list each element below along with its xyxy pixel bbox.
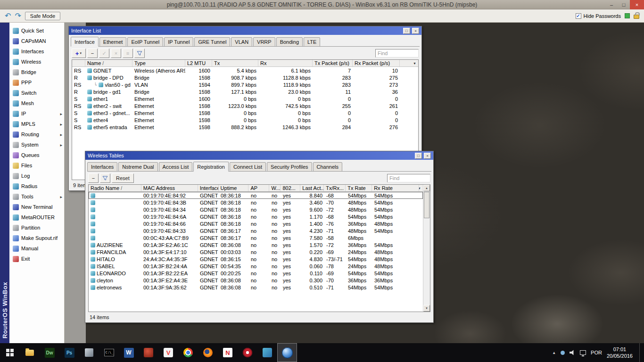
column-tx-packet[interactable]: Tx Packet (p/s): [313, 60, 353, 66]
find-input[interactable]: [375, 49, 419, 58]
registration-row[interactable]: 00:19:70:4E:84:33 GDNET 08:36:17 no no y…: [89, 227, 423, 234]
safe-mode-button[interactable]: Safe Mode: [25, 12, 60, 20]
sidebar-item[interactable]: IP ▶: [9, 108, 64, 119]
sidebar-item[interactable]: Log: [9, 171, 64, 181]
column-802[interactable]: 802...: [281, 185, 300, 191]
taskbar-item[interactable]: [139, 343, 158, 362]
interface-row[interactable]: R bridge - gd1 Bridge 1598 127.1 kbps 23…: [72, 88, 418, 95]
enable-button[interactable]: ✓: [99, 49, 109, 58]
interface-row[interactable]: S ether3 - gdnet... Ethernet 1598 0 bps …: [72, 109, 418, 116]
registration-row[interactable]: ISABEL 00:1A:3F:B2:24:4A GDNET 00:54:35 …: [89, 263, 423, 270]
scrollbar-thumb[interactable]: [424, 192, 429, 218]
column-uptime[interactable]: Uptime: [219, 185, 249, 191]
remove-button[interactable]: −: [87, 49, 98, 58]
interface-row[interactable]: RS GDNET Wireless (Atheros AR9... 1600 5…: [72, 67, 418, 74]
sidebar-item[interactable]: Tools ▶: [9, 191, 64, 202]
taskbar-item[interactable]: [0, 343, 20, 362]
interface-list-titlebar[interactable]: Interface List □ ×: [69, 26, 421, 35]
sidebar-item[interactable]: CAPsMAN: [9, 36, 64, 46]
column-rx-rate[interactable]: Rx Rate: [372, 185, 419, 191]
registration-row[interactable]: AUZIRENE 00:1A:3F:E2:A6:1C GDNET 08:36:0…: [89, 241, 423, 248]
taskbar-item[interactable]: [178, 343, 198, 362]
tab[interactable]: Interfaces: [87, 162, 117, 172]
tab[interactable]: EoIP Tunnel: [127, 37, 163, 47]
column-name[interactable]: Name/: [85, 60, 132, 66]
sidebar-item[interactable]: MetaROUTER: [9, 212, 64, 222]
tab[interactable]: VRRP: [253, 37, 275, 47]
column-tx[interactable]: Tx: [212, 60, 258, 66]
restore-window-icon[interactable]: □: [415, 153, 422, 159]
registration-row[interactable]: cleyton 00:1A:3F:E2:A4:3E GDNET 08:36:08…: [89, 277, 423, 284]
sidebar-item[interactable]: Queues: [9, 150, 64, 160]
registration-row[interactable]: HITALO 24:A4:3C:A4:35:3F GDNET 08:36:15 …: [89, 255, 423, 263]
registration-row[interactable]: eletronews 00:1A:3F:9A:35:62 GDNET 08:36…: [89, 284, 423, 291]
taskbar-item[interactable]: [79, 343, 99, 362]
interface-row[interactable]: S ether4 Ethernet 1598 0 bps 0 bps: [72, 116, 418, 123]
tab[interactable]: Ethernet: [99, 37, 127, 47]
registration-row[interactable]: 00:19:70:4E:84:34 GDNET 08:36:18 no no y…: [89, 206, 423, 213]
sidebar-item[interactable]: New Terminal: [9, 202, 64, 212]
add-button[interactable]: + ▼: [72, 49, 86, 58]
taskbar-item[interactable]: C:\_: [99, 343, 119, 362]
sidebar-item[interactable]: MPLS ▶: [9, 119, 64, 129]
taskbar-item[interactable]: [20, 343, 40, 362]
tray-app-icon[interactable]: [561, 351, 565, 355]
taskbar-item[interactable]: Ps: [59, 343, 79, 362]
column-select-button[interactable]: ▼: [419, 185, 423, 191]
wireless-tables-titlebar[interactable]: Wireless Tables □ ×: [85, 151, 433, 160]
column-select-button[interactable]: ▼: [400, 60, 418, 66]
tab[interactable]: Bonding: [276, 37, 303, 47]
sidebar-item[interactable]: Bridge: [9, 67, 64, 77]
app-titlebar[interactable]: ping@100.70.10.11 (RADIO AP 5.8 GDNET OM…: [0, 0, 644, 9]
taskbar-item[interactable]: [277, 343, 297, 362]
disable-button[interactable]: ×: [111, 49, 121, 58]
close-button[interactable]: ×: [630, 0, 644, 9]
sidebar-item[interactable]: Make Supout.rif: [9, 233, 64, 243]
network-icon[interactable]: [580, 350, 586, 355]
language-indicator[interactable]: POR: [591, 350, 602, 355]
filter-button[interactable]: [100, 173, 110, 183]
registration-row[interactable]: 00:19:70:4E:84:6A GDNET 08:36:18 no no y…: [89, 213, 423, 220]
column-rx[interactable]: Rx: [258, 60, 313, 66]
tab[interactable]: LTE: [304, 37, 320, 47]
comment-button[interactable]: ≡: [123, 49, 133, 58]
column-wds[interactable]: W...: [269, 185, 281, 191]
volume-icon[interactable]: [570, 350, 575, 355]
taskbar-item[interactable]: Dw: [40, 343, 59, 362]
sidebar-item[interactable]: Radius: [9, 181, 64, 191]
tab[interactable]: Interface: [71, 37, 99, 47]
tab[interactable]: Channels: [313, 162, 342, 172]
registration-row[interactable]: 00:19:70:4E:84:92 GDNET 08:36:18 no no y…: [89, 192, 423, 199]
tab[interactable]: IP Tunnel: [164, 37, 193, 47]
taskbar-item[interactable]: [238, 343, 257, 362]
column-radio-name[interactable]: Radio Name/: [89, 185, 141, 191]
sidebar-item[interactable]: Switch: [9, 88, 64, 98]
reset-button[interactable]: Reset: [112, 173, 134, 183]
sidebar-item[interactable]: Exit: [9, 254, 64, 264]
sidebar-item[interactable]: Partition: [9, 222, 64, 233]
tray-expand-icon[interactable]: ▲: [552, 351, 556, 355]
sidebar-item[interactable]: Interfaces: [9, 46, 64, 57]
tab[interactable]: Access List: [159, 162, 193, 172]
sidebar-item[interactable]: Wireless: [9, 57, 64, 67]
tab[interactable]: Connect List: [230, 162, 266, 172]
sidebar-item[interactable]: Files: [9, 160, 64, 171]
remove-button[interactable]: −: [88, 173, 99, 183]
tab[interactable]: Registration: [193, 162, 229, 172]
column-txrx-signal[interactable]: Tx/Rx...: [324, 185, 346, 191]
scroll-down-icon[interactable]: ▼: [423, 305, 430, 312]
column-ap[interactable]: AP: [248, 185, 269, 191]
taskbar-item[interactable]: W: [119, 343, 139, 362]
registration-row[interactable]: 00:19:70:4E:84:66 GDNET 08:36:18 no no y…: [89, 220, 423, 227]
interface-row[interactable]: S ether1 Ethernet 1600 0 bps 0 bps: [72, 95, 418, 102]
column-interface[interactable]: Interface: [198, 185, 219, 191]
column-last-activity[interactable]: Last Act...: [300, 185, 324, 191]
sidebar-item[interactable]: Quick Set: [9, 25, 64, 36]
column-mac-address[interactable]: MAC Address: [141, 185, 198, 191]
registration-row[interactable]: 00:0C:43:AA:C7:B9 GDNET 08:36:17 no no y…: [89, 234, 423, 241]
taskbar-item[interactable]: [257, 343, 277, 362]
tab[interactable]: Nstreme Dual: [118, 162, 157, 172]
interface-row[interactable]: RS ether2 - swit Ethernet 1598 1223.0 kb…: [72, 102, 418, 109]
show-desktop-button[interactable]: [639, 343, 643, 362]
checkbox-checked-icon[interactable]: ✓: [576, 13, 581, 19]
